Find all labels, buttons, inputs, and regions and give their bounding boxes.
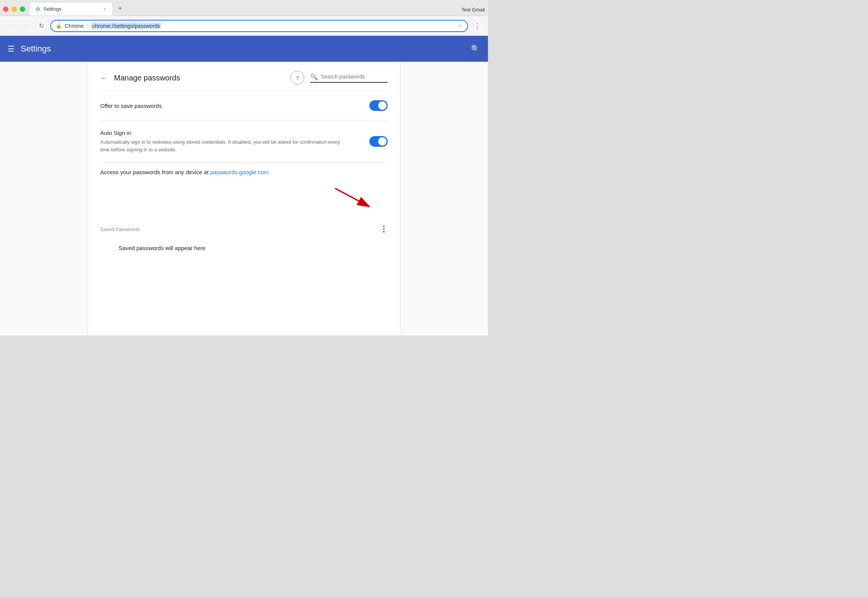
header-search-icon[interactable]: 🔍 <box>471 44 480 53</box>
search-passwords-icon: 🔍 <box>310 73 318 80</box>
main-content: ← Manage passwords ? 🔍 Offer to save pas… <box>0 62 488 335</box>
passwords-google-com-link[interactable]: passwords.google.com <box>210 169 268 175</box>
active-tab[interactable]: ⚙ Settings × <box>29 2 113 16</box>
address-site-name: Chrome <box>65 23 84 29</box>
tab-close-button[interactable]: × <box>104 6 106 12</box>
toggle-thumb-2 <box>378 137 387 146</box>
content-panel: ← Manage passwords ? 🔍 Offer to save pas… <box>88 62 400 335</box>
navigation-bar: ← → ↻ 🔒 Chrome | chrome://settings/passw… <box>0 16 488 36</box>
back-button[interactable]: ← <box>5 20 17 32</box>
tab-title: Settings <box>43 6 61 12</box>
manage-passwords-header: ← Manage passwords ? 🔍 <box>88 62 400 91</box>
address-bar[interactable]: 🔒 Chrome | chrome://settings/passwords ☆ <box>50 20 468 32</box>
auto-signin-row: Auto Sign-in Automatically sign in to we… <box>88 120 400 162</box>
dot-icon-2 <box>383 228 385 230</box>
annotation-arrow <box>331 185 377 211</box>
access-passwords-row: Access your passwords from any device at… <box>88 163 400 185</box>
window-controls <box>3 6 25 16</box>
minimize-window-button[interactable] <box>11 6 17 12</box>
saved-passwords-more-button[interactable] <box>380 224 388 234</box>
refresh-button[interactable]: ↻ <box>35 20 47 32</box>
toggle-thumb <box>378 101 387 110</box>
dot-icon-3 <box>383 231 385 233</box>
svg-line-1 <box>335 188 369 207</box>
user-name: Test Gmail <box>462 7 485 16</box>
search-passwords-container: 🔍 <box>310 73 388 83</box>
auto-signin-description: Automatically sign in to websites using … <box>100 138 348 153</box>
arrow-container <box>88 185 400 215</box>
hamburger-menu-icon[interactable]: ☰ <box>8 44 14 53</box>
saved-passwords-header: Saved Passwords <box>100 224 388 234</box>
saved-passwords-section: Saved Passwords Saved passwords will app… <box>88 215 400 259</box>
new-tab-button[interactable]: + <box>114 4 126 16</box>
access-passwords-text: Access your passwords from any device at <box>100 169 210 175</box>
dot-icon-1 <box>383 226 385 227</box>
bookmark-star-icon[interactable]: ☆ <box>457 22 463 29</box>
offer-to-save-label: Offer to save passwords <box>100 103 369 109</box>
maximize-window-button[interactable] <box>20 6 25 12</box>
auto-signin-toggle[interactable] <box>369 136 388 147</box>
browser-menu-button[interactable]: ⋮ <box>471 20 483 32</box>
manage-passwords-title: Manage passwords <box>114 74 290 82</box>
saved-passwords-title: Saved Passwords <box>100 226 140 232</box>
forward-button[interactable]: → <box>20 20 32 32</box>
offer-to-save-row: Offer to save passwords <box>88 91 400 120</box>
address-url: chrome://settings/passwords <box>91 22 161 29</box>
settings-header-title: Settings <box>21 44 51 54</box>
settings-header: ☰ Settings 🔍 <box>0 36 488 62</box>
help-button[interactable]: ? <box>290 71 304 85</box>
close-window-button[interactable] <box>3 6 8 12</box>
offer-to-save-text: Offer to save passwords <box>100 103 369 109</box>
tab-favicon-icon: ⚙ <box>35 6 40 12</box>
search-passwords-input[interactable] <box>321 74 388 80</box>
auto-signin-text: Auto Sign-in Automatically sign in to we… <box>100 130 369 153</box>
manage-passwords-back-button[interactable]: ← <box>100 74 108 82</box>
auto-signin-label: Auto Sign-in <box>100 130 369 136</box>
saved-passwords-empty-message: Saved passwords will appear here <box>100 237 388 259</box>
offer-to-save-toggle[interactable] <box>369 100 388 111</box>
address-favicon-icon: 🔒 <box>56 23 62 29</box>
title-bar: ⚙ Settings × + Test Gmail <box>0 0 488 16</box>
address-separator: | <box>87 23 88 29</box>
